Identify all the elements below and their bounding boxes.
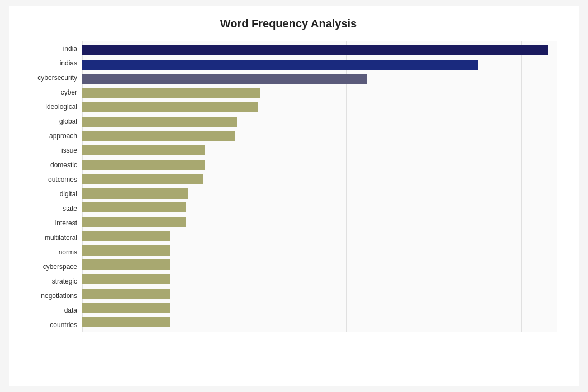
chart-area: indiaindiascybersecuritycyberideological… — [20, 41, 557, 332]
bar-row — [82, 44, 557, 56]
y-label: cyber — [20, 86, 77, 98]
y-label: countries — [20, 319, 77, 331]
bars-area — [82, 41, 557, 332]
bar — [82, 88, 260, 98]
bar — [82, 289, 170, 299]
bar-row — [82, 258, 557, 271]
bar — [82, 174, 203, 184]
y-label: india — [20, 42, 77, 55]
bar-row — [82, 187, 557, 200]
bar-row — [82, 301, 557, 314]
y-label: digital — [20, 188, 77, 200]
bar-row — [82, 216, 557, 228]
bar — [82, 60, 478, 70]
bar — [82, 145, 205, 155]
bar-row — [82, 116, 557, 128]
bar — [82, 317, 170, 327]
bar-row — [82, 273, 557, 285]
bar-row — [82, 87, 557, 100]
bar-row — [82, 144, 557, 157]
bar-row — [82, 201, 557, 214]
bar — [82, 217, 186, 227]
bars-wrapper — [82, 41, 557, 332]
bar-row — [82, 230, 557, 242]
bar — [82, 131, 235, 141]
bar — [82, 117, 237, 127]
y-label: cyberspace — [20, 261, 77, 273]
y-axis-labels: indiaindiascybersecuritycyberideological… — [20, 41, 82, 332]
y-label: indias — [20, 57, 77, 69]
bar-row — [82, 59, 557, 71]
bar-row — [82, 173, 557, 185]
bar-row — [82, 130, 557, 143]
bar-row — [82, 159, 557, 171]
y-label: cybersecurity — [20, 72, 77, 84]
y-label: negotiations — [20, 290, 77, 302]
y-label: multilateral — [20, 232, 77, 244]
bar-row — [82, 101, 557, 114]
bar — [82, 188, 188, 199]
y-label: global — [20, 115, 77, 127]
y-label: ideological — [20, 101, 77, 113]
y-label: norms — [20, 246, 77, 258]
y-label: outcomes — [20, 173, 77, 186]
bar — [82, 259, 170, 270]
bar — [82, 274, 170, 284]
y-label: state — [20, 202, 77, 215]
bar — [82, 102, 258, 112]
bar — [82, 74, 367, 84]
bar — [82, 202, 186, 212]
y-label: approach — [20, 130, 77, 142]
bar — [82, 245, 170, 256]
bar-row — [82, 287, 557, 300]
bar — [82, 160, 205, 170]
bar-row — [82, 316, 557, 328]
bar-row — [82, 244, 557, 257]
y-label: domestic — [20, 159, 77, 171]
bar — [82, 231, 170, 241]
chart-container: Word Frequency Analysis indiaindiascyber… — [9, 6, 579, 386]
y-label: strategic — [20, 275, 77, 287]
bar-row — [82, 73, 557, 85]
y-label: interest — [20, 217, 77, 229]
bar — [82, 45, 548, 55]
y-label: data — [20, 304, 77, 317]
bar — [82, 303, 170, 313]
y-label: issue — [20, 144, 77, 157]
chart-title: Word Frequency Analysis — [20, 17, 557, 30]
